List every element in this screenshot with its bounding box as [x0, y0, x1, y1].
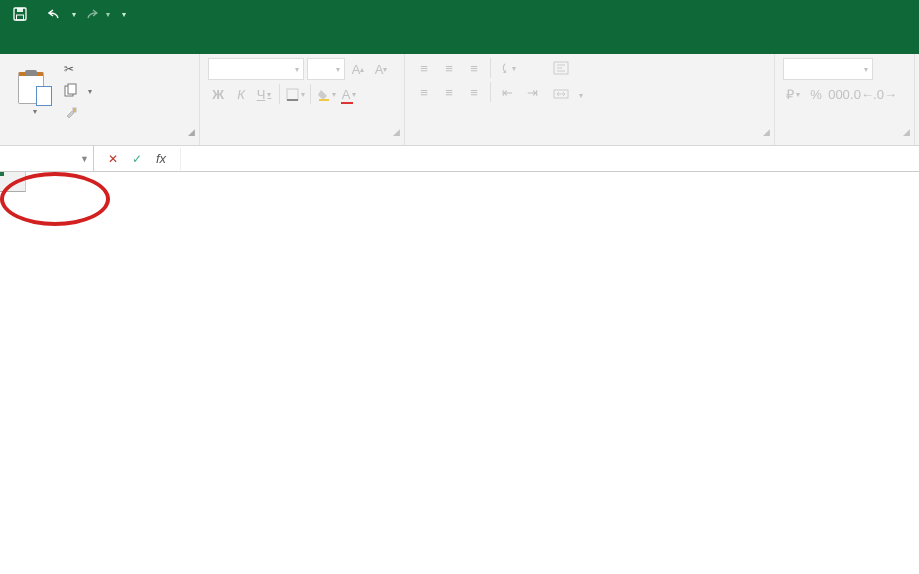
format-painter-button	[64, 102, 92, 124]
underline-button: Ч▾	[254, 84, 274, 104]
copy-button[interactable]: ▾	[64, 80, 92, 102]
percent-icon: %	[806, 84, 826, 104]
copy-dropdown-icon[interactable]: ▾	[88, 87, 92, 96]
cancel-edit-icon[interactable]: ✕	[102, 148, 124, 170]
decrease-indent-icon: ⇤	[496, 82, 518, 102]
fx-icon[interactable]: fx	[150, 148, 172, 170]
number-format-combo: ▾	[783, 58, 873, 80]
font-size-combo: ▾	[307, 58, 345, 80]
redo-dropdown-icon: ▾	[106, 10, 110, 19]
title-bar: ▾ ▾ ▾	[0, 0, 919, 28]
font-name-combo: ▾	[208, 58, 304, 80]
ribbon-tabs	[0, 28, 919, 54]
scissors-icon: ✂	[64, 62, 74, 76]
paste-dropdown-icon[interactable]: ▾	[33, 107, 37, 116]
svg-rect-1	[17, 8, 23, 12]
svg-rect-2	[17, 15, 24, 20]
align-top-icon: ≡	[413, 58, 435, 78]
name-box[interactable]: ▼	[0, 146, 94, 171]
undo-icon[interactable]	[46, 4, 66, 24]
grow-font-icon: A▴	[348, 59, 368, 79]
copy-icon	[64, 83, 78, 100]
svg-rect-6	[287, 89, 298, 100]
wrap-icon	[553, 61, 569, 78]
align-middle-icon: ≡	[438, 58, 460, 78]
brush-icon	[64, 105, 78, 122]
redo-icon	[80, 4, 100, 24]
increase-decimal-icon: .0←	[852, 84, 872, 104]
quick-access-toolbar: ▾ ▾ ▾	[0, 4, 126, 24]
undo-dropdown-icon[interactable]: ▾	[72, 10, 76, 19]
align-right-icon: ≡	[463, 82, 485, 102]
cut-button[interactable]: ✂	[64, 58, 92, 80]
bold-button: Ж	[208, 84, 228, 104]
name-box-dropdown-icon[interactable]: ▼	[80, 154, 89, 164]
group-font: ▾ ▾ A▴ A▾ Ж К Ч▾ ▾ ▾ A▾ ◢	[200, 54, 405, 145]
font-color-button: A▾	[339, 84, 359, 104]
align-bottom-icon: ≡	[463, 58, 485, 78]
svg-rect-8	[319, 99, 329, 101]
increase-indent-icon: ⇥	[521, 82, 543, 102]
decrease-decimal-icon: .0→	[875, 84, 895, 104]
confirm-edit-icon[interactable]: ✓	[126, 148, 148, 170]
svg-rect-4	[68, 84, 76, 94]
italic-button: К	[231, 84, 251, 104]
group-number: ▾ ₽▾ % 000 .0← .0→ ◢	[775, 54, 915, 145]
alignment-launcher-icon: ◢	[763, 127, 770, 137]
orientation-icon: ⤹▾	[496, 58, 518, 78]
save-icon[interactable]	[10, 4, 30, 24]
merge-icon	[553, 87, 569, 104]
paste-button[interactable]: ▾	[8, 58, 58, 127]
comma-style-icon: 000	[829, 84, 849, 104]
clipboard-launcher-icon[interactable]: ◢	[188, 127, 195, 137]
clipboard-icon	[18, 70, 48, 104]
qat-customize-icon[interactable]: ▾	[122, 10, 126, 19]
number-launcher-icon: ◢	[903, 127, 910, 137]
align-left-icon: ≡	[413, 82, 435, 102]
align-center-icon: ≡	[438, 82, 460, 102]
currency-icon: ₽▾	[783, 84, 803, 104]
group-clipboard: ▾ ✂ ▾	[0, 54, 200, 145]
shrink-font-icon: A▾	[371, 59, 391, 79]
group-alignment: ≡ ≡ ≡ ⤹▾ ≡ ≡ ≡ ⇤ ⇥	[405, 54, 775, 145]
formula-input[interactable]	[181, 146, 919, 171]
svg-rect-5	[73, 108, 76, 112]
wrap-text-button	[553, 58, 583, 80]
font-launcher-icon: ◢	[393, 127, 400, 137]
formula-bar: ▼ ✕ ✓ fx	[0, 146, 919, 172]
fill-color-button: ▾	[316, 84, 336, 104]
merge-center-button: ▾	[553, 84, 583, 106]
ribbon: ▾ ✂ ▾	[0, 54, 919, 146]
select-all-corner[interactable]	[0, 172, 26, 192]
border-button: ▾	[285, 84, 305, 104]
